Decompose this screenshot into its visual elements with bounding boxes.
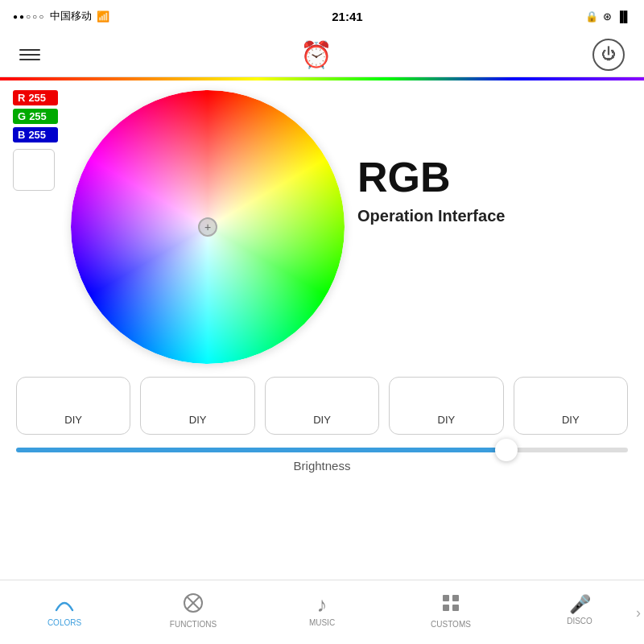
blue-value: 255 bbox=[28, 129, 46, 141]
main-content: R 255 G 255 B 255 + RGB Operation Interf… bbox=[0, 80, 644, 364]
brightness-thumb[interactable] bbox=[495, 439, 518, 461]
red-badge: R 255 bbox=[13, 90, 58, 105]
lock-icon: 🔒 bbox=[585, 10, 598, 23]
nav-item-music[interactable]: ♪ MUSIC bbox=[258, 580, 386, 644]
disco-label: DISCO bbox=[567, 617, 592, 625]
menu-line-2 bbox=[19, 54, 40, 56]
green-value: 255 bbox=[29, 110, 47, 122]
diy-button-5[interactable]: DIY bbox=[514, 377, 628, 435]
svg-rect-5 bbox=[443, 605, 449, 611]
wheel-center-dot[interactable]: + bbox=[198, 217, 217, 237]
alarm-button[interactable]: ⏰ bbox=[300, 39, 332, 70]
blue-badge: B 255 bbox=[13, 127, 58, 142]
diy-button-3[interactable]: DIY bbox=[265, 377, 379, 435]
bottom-nav: COLORS FUNCTIONS ♪ MUSIC CUSTOMS 🎤 DISCO bbox=[0, 580, 644, 644]
green-label: G bbox=[18, 110, 26, 122]
svg-rect-4 bbox=[452, 595, 459, 601]
power-button[interactable]: ⏻ bbox=[592, 39, 625, 71]
status-right: 🔒 ⊛ ▐▌ bbox=[585, 10, 631, 23]
menu-line-1 bbox=[19, 49, 40, 51]
red-label: R bbox=[18, 92, 25, 104]
blue-label: B bbox=[18, 129, 25, 141]
status-time: 21:41 bbox=[332, 10, 362, 23]
rgb-title: RGB bbox=[357, 155, 631, 200]
nav-arrow: › bbox=[636, 604, 641, 621]
customs-icon bbox=[440, 592, 461, 617]
nav-item-customs[interactable]: CUSTOMS bbox=[386, 580, 515, 644]
svg-rect-6 bbox=[452, 605, 459, 611]
brightness-label: Brightness bbox=[16, 459, 628, 473]
customs-label: CUSTOMS bbox=[431, 620, 471, 629]
green-badge: G 255 bbox=[13, 109, 58, 124]
rgb-panel: R 255 G 255 B 255 bbox=[13, 90, 58, 191]
bluetooth-icon: ⊛ bbox=[603, 10, 612, 23]
diy-section: DIY DIY DIY DIY DIY bbox=[0, 364, 644, 441]
music-icon: ♪ bbox=[317, 594, 328, 615]
svg-rect-3 bbox=[443, 595, 449, 601]
brightness-slider[interactable] bbox=[16, 448, 628, 452]
rgb-subtitle: Operation Interface bbox=[357, 207, 631, 225]
functions-label: FUNCTIONS bbox=[170, 620, 217, 629]
nav-item-colors[interactable]: COLORS bbox=[0, 580, 129, 644]
color-preview bbox=[13, 149, 55, 191]
disco-icon: 🎤 bbox=[569, 596, 591, 613]
toolbar: ⏰ ⏻ bbox=[0, 32, 644, 77]
right-text: RGB Operation Interface bbox=[357, 90, 631, 225]
colors-label: COLORS bbox=[47, 618, 81, 627]
music-label: MUSIC bbox=[309, 618, 335, 627]
colors-icon bbox=[54, 594, 75, 615]
status-left: ●●○○○ 中国移动 📶 bbox=[13, 9, 109, 23]
diy-button-2[interactable]: DIY bbox=[140, 377, 254, 435]
diy-button-4[interactable]: DIY bbox=[389, 377, 503, 435]
carrier-label: 中国移动 bbox=[50, 9, 92, 23]
menu-line-3 bbox=[19, 59, 40, 60]
nav-item-disco[interactable]: 🎤 DISCO bbox=[515, 580, 644, 644]
wifi-icon: 📶 bbox=[97, 10, 109, 23]
status-bar: ●●○○○ 中国移动 📶 21:41 🔒 ⊛ ▐▌ bbox=[0, 0, 644, 32]
menu-button[interactable] bbox=[19, 49, 40, 60]
functions-icon bbox=[183, 592, 204, 617]
color-wheel-container[interactable]: + bbox=[71, 90, 345, 364]
brightness-section: Brightness bbox=[0, 441, 644, 476]
red-value: 255 bbox=[28, 92, 46, 104]
signal-icon: ●●○○○ bbox=[13, 12, 45, 21]
diy-button-1[interactable]: DIY bbox=[16, 377, 130, 435]
battery-icon: ▐▌ bbox=[617, 10, 631, 23]
nav-item-functions[interactable]: FUNCTIONS bbox=[129, 580, 258, 644]
